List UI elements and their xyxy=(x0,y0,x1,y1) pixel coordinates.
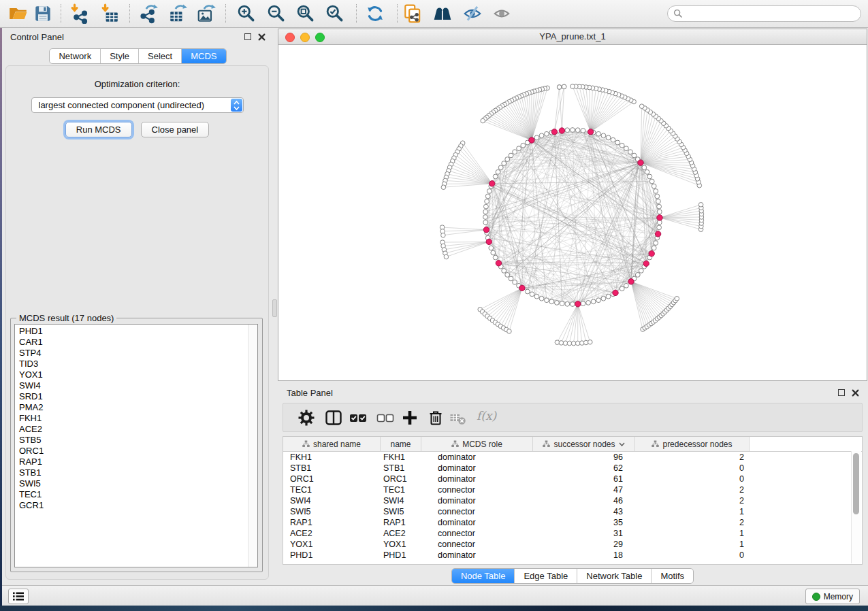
table-row[interactable]: YOX1YOX1connector291 xyxy=(283,539,862,550)
zoom-in-icon[interactable] xyxy=(236,3,257,24)
mcds-result-item[interactable]: TID3 xyxy=(19,359,257,369)
show-column-panel-icon[interactable] xyxy=(324,408,343,427)
table-cell[interactable]: TEC1 xyxy=(283,485,381,495)
memory-button[interactable]: Memory xyxy=(805,589,860,604)
table-cell[interactable]: 31 xyxy=(533,529,635,538)
table-body[interactable]: FKH1FKH1dominator962STB1STB1dominator620… xyxy=(283,452,862,561)
zoom-out-icon[interactable] xyxy=(266,3,287,24)
table-cell[interactable]: FKH1 xyxy=(283,452,381,462)
table-cell[interactable]: STB1 xyxy=(283,463,381,473)
mcds-result-item[interactable]: SWI5 xyxy=(19,478,257,489)
table-cell[interactable]: 29 xyxy=(533,540,635,549)
table-cell[interactable]: 46 xyxy=(533,496,635,506)
search-objects-icon[interactable] xyxy=(432,3,453,24)
table-cell[interactable]: PHD1 xyxy=(283,550,381,560)
table-cell[interactable]: SWI5 xyxy=(283,507,381,516)
mcds-result-item[interactable]: TEC1 xyxy=(19,489,257,500)
deselect-all-icon[interactable] xyxy=(376,408,395,427)
table-cell[interactable]: 18 xyxy=(533,550,635,560)
table-cell[interactable]: STB1 xyxy=(381,463,421,473)
table-cell[interactable]: 47 xyxy=(533,485,635,495)
table-cell[interactable]: dominator xyxy=(421,474,533,484)
table-cell[interactable]: ACE2 xyxy=(283,529,381,538)
table-cell[interactable]: 62 xyxy=(533,463,635,473)
mcds-result-item[interactable]: SWI4 xyxy=(19,380,257,391)
import-table-icon[interactable] xyxy=(99,3,120,24)
mcds-result-item[interactable]: PMA2 xyxy=(19,402,257,413)
mcds-result-item[interactable]: ORC1 xyxy=(19,446,257,457)
table-cell[interactable]: 61 xyxy=(533,474,635,484)
zoom-selected-icon[interactable] xyxy=(325,3,345,24)
table-cell[interactable]: ORC1 xyxy=(381,474,421,484)
tab-node-table[interactable]: Node Table xyxy=(452,569,515,583)
table-cell[interactable]: dominator xyxy=(421,518,533,527)
table-cell[interactable]: PHD1 xyxy=(381,550,421,560)
table-row[interactable]: SWI5SWI5connector431 xyxy=(283,506,862,517)
export-network-icon[interactable] xyxy=(138,3,159,24)
table-cell[interactable]: dominator xyxy=(421,496,533,506)
mcds-result-item[interactable]: SRD1 xyxy=(19,391,257,402)
tab-edge-table[interactable]: Edge Table xyxy=(514,569,577,583)
table-cell[interactable]: RAP1 xyxy=(381,518,421,527)
search-input[interactable] xyxy=(686,8,855,20)
search-field[interactable] xyxy=(667,5,861,22)
table-cell[interactable]: 96 xyxy=(533,452,635,462)
float-panel-icon[interactable] xyxy=(244,33,251,40)
table-cell[interactable]: 2 xyxy=(635,485,750,495)
tab-mcds[interactable]: MCDS xyxy=(181,49,225,63)
panel-divider-handle[interactable] xyxy=(272,299,277,317)
table-cell[interactable]: YOX1 xyxy=(381,540,421,549)
network-view[interactable] xyxy=(278,44,867,380)
save-icon[interactable] xyxy=(33,3,53,24)
table-row[interactable]: FKH1FKH1dominator962 xyxy=(283,452,862,463)
task-history-button[interactable] xyxy=(8,589,29,604)
export-image-icon[interactable] xyxy=(196,3,216,24)
table-row[interactable]: ORC1ORC1dominator610 xyxy=(283,474,862,484)
column-header-successor-nodes[interactable]: successor nodes xyxy=(533,437,635,451)
import-network-icon[interactable] xyxy=(69,3,89,24)
table-cell[interactable]: 2 xyxy=(635,496,750,506)
table-cell[interactable]: ORC1 xyxy=(283,474,381,484)
close-panel-button[interactable]: Close panel xyxy=(141,122,210,137)
table-scrollbar[interactable] xyxy=(851,451,861,563)
table-cell[interactable]: 43 xyxy=(533,507,635,516)
select-all-icon[interactable] xyxy=(349,408,368,427)
minimize-window-icon[interactable] xyxy=(300,33,310,42)
mcds-result-item[interactable]: CAR1 xyxy=(19,337,257,348)
result-list-scrollbar[interactable] xyxy=(248,325,257,567)
mcds-result-item[interactable]: STB5 xyxy=(19,435,257,446)
table-cell[interactable]: SWI4 xyxy=(381,496,421,506)
table-cell[interactable]: 1 xyxy=(635,507,750,516)
mcds-result-item[interactable]: STP4 xyxy=(19,348,257,359)
table-cell[interactable]: 2 xyxy=(635,452,750,462)
tab-motifs[interactable]: Motifs xyxy=(651,569,693,583)
column-header-mcds-role[interactable]: MCDS role xyxy=(421,437,533,451)
table-cell[interactable]: connector xyxy=(421,529,533,538)
table-row[interactable]: ACE2ACE2connector311 xyxy=(283,528,862,539)
table-cell[interactable]: dominator xyxy=(421,550,533,560)
hide-graphics-details-icon[interactable] xyxy=(462,3,483,24)
table-cell[interactable]: 0 xyxy=(635,463,750,473)
open-folder-icon[interactable] xyxy=(8,3,29,24)
mcds-result-item[interactable]: YOX1 xyxy=(19,369,257,380)
column-header-name[interactable]: name xyxy=(381,437,421,451)
add-column-icon[interactable] xyxy=(400,408,419,427)
table-cell[interactable]: ACE2 xyxy=(381,529,421,538)
table-cell[interactable]: YOX1 xyxy=(283,540,381,549)
table-cell[interactable]: 0 xyxy=(635,550,750,560)
table-cell[interactable]: connector xyxy=(421,485,533,495)
mcds-result-item[interactable]: FKH1 xyxy=(19,413,257,424)
table-cell[interactable]: 0 xyxy=(635,474,750,484)
mcds-result-item[interactable]: PHD1 xyxy=(19,326,257,337)
table-cell[interactable]: 1 xyxy=(635,540,750,549)
mcds-result-list[interactable]: PHD1CAR1STP4TID3YOX1SWI4SRD1PMA2FKH1ACE2… xyxy=(14,324,258,567)
export-table-icon[interactable] xyxy=(167,3,188,24)
column-header-predecessor-nodes[interactable]: predecessor nodes xyxy=(635,437,750,451)
table-cell[interactable]: 35 xyxy=(533,518,635,527)
network-window-titlebar[interactable]: YPA_prune.txt_1 xyxy=(278,29,867,45)
mcds-result-item[interactable]: RAP1 xyxy=(19,457,257,467)
table-cell[interactable]: TEC1 xyxy=(381,485,421,495)
table-cell[interactable]: SWI4 xyxy=(283,496,381,506)
refresh-icon[interactable] xyxy=(365,3,385,24)
mcds-result-item[interactable]: GCR1 xyxy=(19,500,257,511)
